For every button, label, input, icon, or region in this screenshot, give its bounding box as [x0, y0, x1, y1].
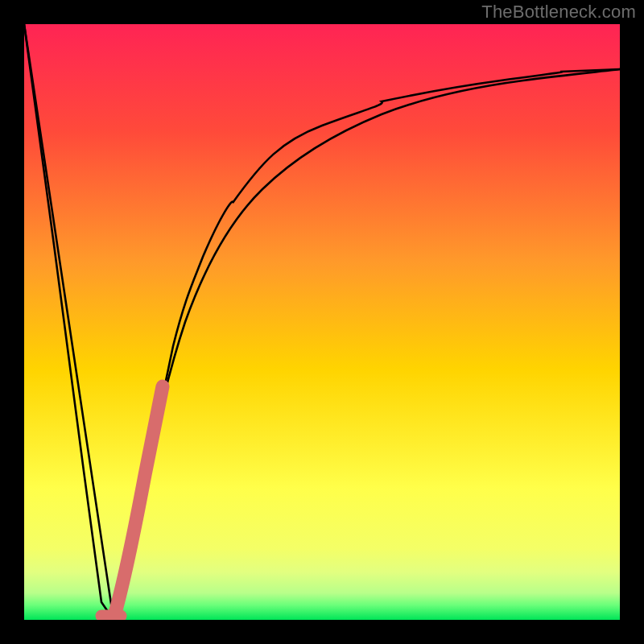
- watermark-text: TheBottleneck.com: [481, 2, 636, 23]
- chart-frame: TheBottleneck.com: [0, 0, 644, 644]
- plot-area: [24, 24, 620, 620]
- chart-svg: [24, 24, 620, 620]
- gradient-background: [24, 24, 620, 620]
